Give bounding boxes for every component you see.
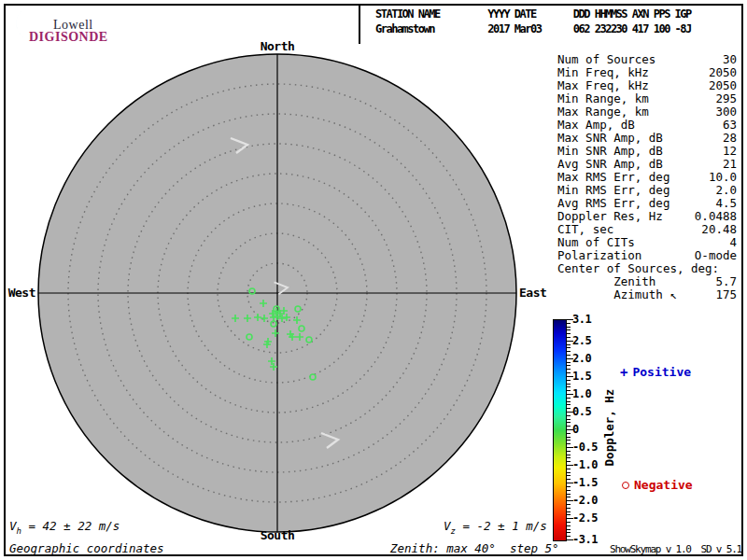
stat-row: Num of Sources30: [557, 53, 737, 66]
colorbar-title: Doppler, Hz: [602, 362, 615, 493]
stat-label: Max Amp, dB: [557, 119, 635, 132]
colorbar-tick: [567, 390, 571, 391]
stat-row: Max SNR Amp, dB28: [557, 132, 737, 145]
colorbar-tick: [567, 437, 571, 438]
source-stats-table: Num of Sources30Min Freq, kHz2050Max Fre…: [557, 53, 737, 301]
colorbar-tick-label: -3.1: [572, 533, 598, 546]
stat-row: Max RMS Err, deg10.0: [557, 171, 737, 184]
legend-negative-label: Negative: [634, 478, 693, 492]
colorbar-tick: [567, 525, 571, 526]
colorbar-tick: [567, 369, 571, 370]
colorbar-tick: [567, 511, 571, 512]
stat-label: Max Freq, kHz: [557, 79, 649, 92]
stat-row: Doppler Res, Hz0.0488: [557, 210, 737, 223]
colorbar-tick: [567, 362, 571, 363]
colorbar-tick: [567, 469, 571, 469]
stat-value: 2050: [709, 66, 737, 79]
stat-label: Min SNR Amp, dB: [557, 145, 663, 158]
stat-value: 5.7: [715, 275, 737, 288]
stat-value: 4: [729, 236, 737, 249]
stat-row: Min SNR Amp, dB12: [557, 145, 737, 158]
legend-positive: + Positive: [620, 365, 691, 379]
colorbar-tick: [567, 455, 571, 455]
stat-value: 21: [723, 158, 737, 171]
stat-value: O-mode: [695, 249, 737, 262]
zenith-scale-note: Zenith: max 40° step 5°: [390, 541, 559, 555]
colorbar-tick: [567, 475, 571, 476]
compass-label-south: South: [261, 528, 295, 542]
stat-row: Max Range, km300: [557, 105, 737, 119]
colorbar-tick: [567, 457, 571, 458]
stat-value: 300: [715, 105, 737, 119]
colorbar-tick: [567, 333, 571, 334]
colorbar-tick: [567, 337, 571, 338]
compass-label-east: East: [519, 286, 546, 300]
plus-marker-icon: +: [620, 367, 627, 378]
colorbar-tick: [567, 490, 571, 491]
colorbar-tick-label: 1.0: [572, 387, 591, 400]
colorbar-tick: [567, 486, 571, 487]
colorbar-tick-label: -2.0: [572, 494, 598, 507]
circle-marker-icon: [622, 482, 629, 489]
stat-row: Azimuth ↖175: [557, 288, 737, 301]
colorbar-tick: [567, 351, 571, 352]
stat-row: Num of CITs4: [557, 236, 737, 249]
colorbar-tick: [567, 508, 571, 509]
stat-value: 2050: [709, 79, 737, 92]
colorbar-tick: [567, 380, 571, 381]
stat-row: Max Freq, kHz2050: [557, 79, 737, 92]
compass-label-north: North: [261, 39, 295, 53]
colorbar-tick: [567, 419, 571, 420]
legend-positive-label: Positive: [632, 365, 691, 379]
coordinate-system-label: Geographic coordinates: [9, 541, 164, 555]
colorbar-tick: [567, 386, 571, 387]
stat-value: 28: [723, 132, 737, 145]
colorbar-tick: [567, 408, 571, 409]
colorbar-tick-label: 0.5: [572, 405, 591, 418]
colorbar-tick: [567, 347, 571, 348]
colorbar-tick: [567, 323, 571, 324]
doppler-colorbar: [553, 319, 567, 541]
vertical-velocity-readout: Vz = -2 ± 1 m/s: [444, 519, 547, 536]
colorbar-tick: [567, 440, 571, 441]
colorbar-tick: [567, 443, 571, 444]
colorbar-tick: [567, 426, 571, 427]
stat-row: Avg SNR Amp, dB21: [557, 158, 737, 171]
stat-label: Avg RMS Err, deg: [557, 197, 669, 210]
stat-value: 0.0488: [695, 210, 737, 223]
colorbar-tick: [567, 327, 571, 328]
colorbar-tick: [567, 536, 571, 537]
stat-label: Avg SNR Amp, dB: [557, 158, 663, 171]
stat-label: Min Range, km: [557, 92, 649, 105]
legend-negative: Negative: [622, 478, 693, 492]
showskymap-window: Lowell DIGISONDE STATION NAME YYYY DATE …: [0, 0, 747, 560]
stat-value: 175: [715, 288, 737, 301]
colorbar-tick: [567, 344, 571, 345]
horizontal-velocity-readout: Vh = 42 ± 22 m/s: [9, 519, 120, 536]
stat-value: 295: [715, 92, 737, 105]
colorbar-tick: [567, 461, 571, 462]
stat-label: Doppler Res, Hz: [557, 210, 663, 223]
colorbar-tick: [567, 372, 571, 373]
stat-label: Min RMS Err, deg: [557, 184, 669, 197]
stat-row: Center of Sources, deg:: [557, 262, 737, 275]
colorbar-tick: [567, 404, 571, 405]
stat-row: Min Freq, kHz2050: [557, 66, 737, 79]
colorbar-tick-label: 3.1: [572, 313, 591, 326]
colorbar-tick: [567, 451, 571, 452]
colorbar-tick-label: -0.5: [572, 441, 598, 454]
stat-row: CIT, sec20.48: [557, 223, 737, 236]
stat-label: Azimuth ↖: [557, 288, 677, 301]
stat-value: 63: [723, 119, 737, 132]
colorbar-tick: [567, 384, 571, 385]
colorbar-tick-label: 2.0: [572, 352, 591, 365]
stat-row: Min RMS Err, deg2.0: [557, 184, 737, 197]
colorbar-tick: [567, 398, 571, 399]
stat-row: Max Amp, dB63: [557, 119, 737, 132]
stat-value: 12: [723, 145, 737, 158]
colorbar-tick: [567, 514, 571, 515]
colorbar-tick: [567, 415, 571, 416]
colorbar-tick: [567, 497, 571, 497]
stat-row: Zenith5.7: [557, 275, 737, 288]
colorbar-tick: [567, 522, 571, 523]
